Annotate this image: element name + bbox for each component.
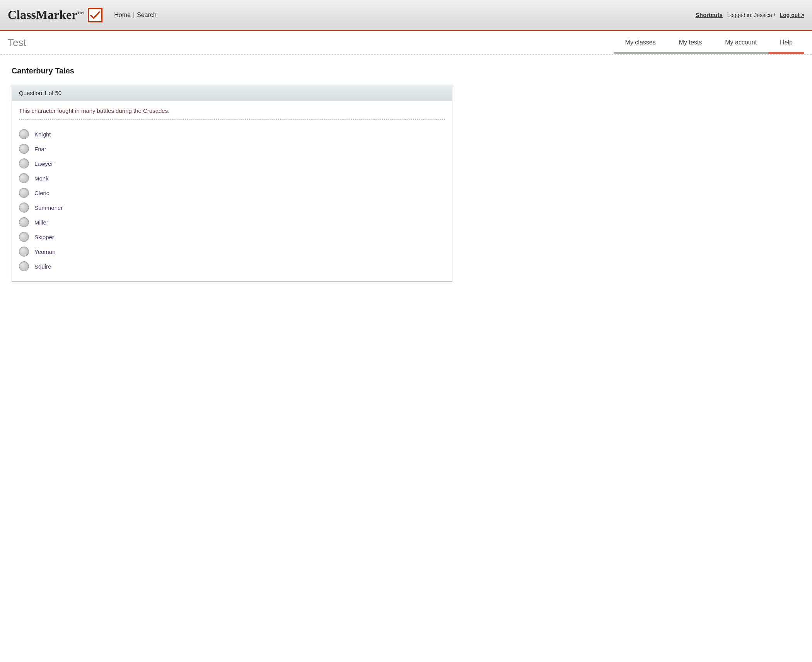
answer-option-miller[interactable]: Miller: [19, 215, 445, 230]
answer-label-miller: Miller: [34, 219, 48, 226]
sub-nav: My classes My tests My account Help: [614, 31, 804, 54]
radio-yeoman[interactable]: [19, 247, 29, 257]
answer-label-summoner: Summoner: [34, 204, 63, 211]
tab-my-tests-label: My tests: [679, 39, 702, 46]
logo-check-icon: [88, 8, 102, 22]
answer-option-friar[interactable]: Friar: [19, 141, 445, 156]
checkmark-icon: [90, 11, 100, 19]
answer-label-squire: Squire: [34, 263, 51, 270]
radio-squire[interactable]: [19, 261, 29, 271]
radio-knight[interactable]: [19, 129, 29, 139]
tab-bar-account: [713, 52, 768, 54]
logo-tm: TM: [77, 10, 84, 15]
shortcuts-link[interactable]: Shortcuts: [696, 12, 723, 18]
tab-my-account[interactable]: My account: [713, 31, 768, 54]
tab-my-account-label: My account: [725, 39, 757, 46]
answer-option-knight[interactable]: Knight: [19, 127, 445, 141]
answer-label-cleric: Cleric: [34, 190, 49, 196]
radio-skipper[interactable]: [19, 232, 29, 242]
top-header: ClassMarkerTM Home | Search Shortcuts Lo…: [0, 0, 812, 31]
tab-bar-help: [768, 52, 804, 54]
tab-my-classes-label: My classes: [625, 39, 656, 46]
answer-label-monk: Monk: [34, 175, 49, 182]
nav-separator: |: [133, 12, 135, 19]
answer-options: Knight Friar Lawyer Monk Cleric: [19, 127, 445, 274]
radio-monk[interactable]: [19, 173, 29, 183]
radio-lawyer[interactable]: [19, 158, 29, 168]
logout-link[interactable]: Log out >: [780, 12, 804, 18]
logo-area: ClassMarkerTM: [8, 8, 102, 22]
answer-option-yeoman[interactable]: Yeoman: [19, 244, 445, 259]
answer-option-summoner[interactable]: Summoner: [19, 200, 445, 215]
page-title: Test: [8, 37, 34, 49]
answer-label-yeoman: Yeoman: [34, 248, 56, 255]
top-nav: Home | Search: [114, 12, 157, 19]
question-counter-text: Question 1 of 50: [19, 90, 61, 96]
top-right: Shortcuts Logged in: Jessica / Log out >: [696, 12, 804, 18]
logo-text: ClassMarkerTM: [8, 8, 84, 22]
test-title: Canterbury Tales: [12, 66, 452, 75]
question-counter-box: Question 1 of 50: [12, 85, 452, 101]
question-text: This character fought in many battles du…: [19, 107, 445, 114]
tab-bar-classes: [614, 52, 667, 54]
answer-option-monk[interactable]: Monk: [19, 171, 445, 185]
answer-option-skipper[interactable]: Skipper: [19, 230, 445, 244]
answer-option-cleric[interactable]: Cleric: [19, 185, 445, 200]
tab-help-label: Help: [780, 39, 793, 46]
main-content: Canterbury Tales Question 1 of 50 This c…: [0, 55, 464, 297]
answer-label-lawyer: Lawyer: [34, 160, 53, 167]
home-link[interactable]: Home: [114, 12, 131, 19]
question-divider: [19, 119, 445, 120]
answer-option-squire[interactable]: Squire: [19, 259, 445, 274]
radio-friar[interactable]: [19, 144, 29, 154]
answer-label-knight: Knight: [34, 131, 51, 138]
tab-my-classes[interactable]: My classes: [614, 31, 667, 54]
tab-my-tests[interactable]: My tests: [667, 31, 714, 54]
question-outer: Question 1 of 50 This character fought i…: [12, 85, 452, 282]
answer-option-lawyer[interactable]: Lawyer: [19, 156, 445, 171]
radio-summoner[interactable]: [19, 203, 29, 213]
answer-label-skipper: Skipper: [34, 234, 54, 240]
radio-cleric[interactable]: [19, 188, 29, 198]
answer-label-friar: Friar: [34, 146, 46, 152]
logged-in-text: Logged in: Jessica /: [727, 12, 775, 18]
tab-bar-tests: [667, 52, 714, 54]
sub-header: Test My classes My tests My account Help: [0, 31, 812, 55]
tab-help[interactable]: Help: [768, 31, 804, 54]
search-link[interactable]: Search: [137, 12, 157, 19]
radio-miller[interactable]: [19, 217, 29, 227]
question-body: This character fought in many battles du…: [12, 101, 452, 281]
